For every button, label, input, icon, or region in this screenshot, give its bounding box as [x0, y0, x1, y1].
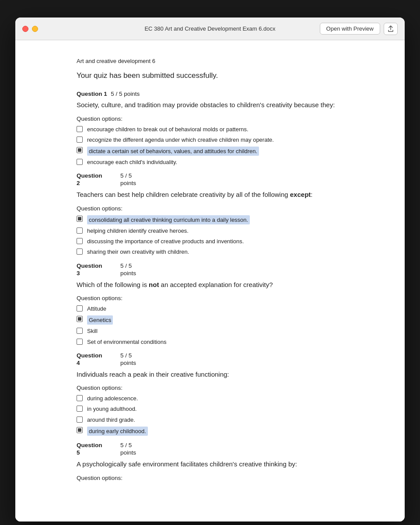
q4-option-4-text: during early childhood.	[89, 428, 146, 434]
q2-label: Question	[77, 172, 120, 179]
doc-title: Art and creative development 6	[77, 58, 361, 64]
q2-label2: 2	[77, 180, 120, 186]
q2-option-1-wrapper: consolidating all creative thinking curr…	[87, 215, 250, 224]
q5-options-label: Question options:	[77, 475, 361, 481]
q4-option-2: in young adulthood.	[77, 405, 361, 413]
q3-checkbox-4[interactable]	[77, 339, 83, 345]
q1-text: Society, culture, and tradition may prov…	[77, 100, 361, 110]
q3-option-1: Attitude	[77, 305, 361, 313]
q4-options: during adolescence. in young adulthood. …	[77, 395, 361, 436]
q2-checkbox-2[interactable]	[77, 228, 83, 234]
q2-checkbox-3[interactable]	[77, 238, 83, 244]
question-5-header-row2: 5 points	[77, 449, 361, 456]
submitted-message: Your quiz has been submitted successfull…	[77, 71, 361, 80]
question-2-header: Question 5 / 5	[77, 172, 361, 179]
question-4-header-row2: 4 points	[77, 360, 361, 366]
minimize-button[interactable]	[32, 26, 38, 32]
q5-label: Question	[77, 442, 120, 448]
q1-option-3-wrapper: dictate a certain set of behaviors, valu…	[87, 147, 259, 156]
q4-checkbox-4[interactable]	[77, 427, 83, 433]
open-preview-button[interactable]: Open with Preview	[320, 23, 380, 35]
q4-score2: points	[120, 360, 155, 366]
q3-score2: points	[120, 270, 155, 276]
q2-options-label: Question options:	[77, 205, 361, 212]
q1-options-label: Question options:	[77, 116, 361, 122]
q2-text-part1: Teachers can best help children celebrat…	[77, 191, 290, 198]
q1-option-4-text: encourage each child's individuality.	[87, 158, 177, 166]
q4-option-2-text: in young adulthood.	[87, 405, 136, 413]
q3-option-2-wrapper: Genetics	[87, 315, 113, 325]
q3-checkbox-1[interactable]	[77, 305, 83, 312]
q3-score: 5 / 5	[120, 262, 155, 269]
q3-checkbox-2[interactable]	[77, 316, 83, 322]
q4-option-4-wrapper: during early childhood.	[87, 427, 148, 436]
q1-option-4: encourage each child's individuality.	[77, 158, 361, 166]
q2-option-3-text: discussing the importance of creative pr…	[87, 238, 244, 245]
titlebar-actions: Open with Preview	[320, 23, 398, 35]
q2-text-bold: except	[290, 191, 311, 198]
q3-options-label: Question options:	[77, 295, 361, 301]
q2-score2: points	[120, 180, 155, 186]
q4-option-1-text: during adolescence.	[87, 395, 138, 402]
q3-text-part1: Which of the following is	[77, 281, 149, 288]
q3-checkbox-3[interactable]	[77, 328, 83, 334]
q3-options: Attitude Genetics Skill Set of environme…	[77, 305, 361, 346]
q4-checkbox-2[interactable]	[77, 406, 83, 412]
q3-option-3: Skill	[77, 327, 361, 335]
q4-checkbox-1[interactable]	[77, 395, 83, 401]
q3-option-1-text: Attitude	[87, 305, 106, 313]
q2-option-4-text: sharing their own creativity with childr…	[87, 248, 189, 256]
q4-option-1: during adolescence.	[77, 395, 361, 402]
question-3-header: Question 5 / 5	[77, 262, 361, 269]
q3-label2: 3	[77, 270, 120, 276]
q3-option-4: Set of environmental conditions	[77, 338, 361, 346]
q2-text: Teachers can best help children celebrat…	[77, 190, 361, 200]
q2-text-part2: :	[311, 191, 312, 198]
q5-label2: 5	[77, 449, 120, 456]
q1-option-1: encourage children to break out of behav…	[77, 126, 361, 133]
q1-checkbox-1[interactable]	[77, 126, 83, 132]
q1-options: encourage children to break out of behav…	[77, 126, 361, 167]
q5-score: 5 / 5	[120, 442, 155, 448]
q4-option-3: around third grade.	[77, 416, 361, 424]
q4-options-label: Question options:	[77, 385, 361, 391]
question-2-header-row2: 2 points	[77, 180, 361, 186]
q2-options: consolidating all creative thinking curr…	[77, 215, 361, 256]
q4-option-4: during early childhood.	[77, 427, 361, 436]
q1-checkbox-3[interactable]	[77, 147, 83, 153]
q2-option-1-text: consolidating all creative thinking curr…	[89, 217, 248, 223]
q1-label: Question 1	[77, 91, 107, 97]
q3-option-3-text: Skill	[87, 327, 98, 335]
q3-text-bold: not	[149, 281, 159, 288]
close-button[interactable]	[22, 26, 28, 32]
traffic-lights	[22, 26, 38, 32]
q3-text-part2: an accepted explanation for creativity?	[159, 281, 273, 288]
question-5-header: Question 5 / 5	[77, 442, 361, 448]
window: EC 380 Art and Creative Development Exam…	[15, 18, 405, 522]
q1-option-2-text: recognize the different agenda under whi…	[87, 136, 274, 144]
q1-option-3-text: dictate a certain set of behaviors, valu…	[89, 148, 257, 154]
q1-score: 5 / 5 points	[111, 91, 140, 97]
q5-text: A psychologically safe environment facil…	[77, 459, 361, 469]
q1-checkbox-2[interactable]	[77, 136, 83, 143]
q2-option-2-text: helping children identify creative heroe…	[87, 227, 189, 235]
q2-checkbox-4[interactable]	[77, 248, 83, 255]
q5-score2: points	[120, 449, 155, 456]
q2-option-3: discussing the importance of creative pr…	[77, 238, 361, 245]
q4-score: 5 / 5	[120, 352, 155, 359]
document-content: Art and creative development 6 Your quiz…	[15, 40, 405, 522]
share-icon	[387, 25, 394, 32]
q1-checkbox-4[interactable]	[77, 159, 83, 165]
q2-checkbox-1[interactable]	[77, 216, 83, 222]
question-3-header-row2: 3 points	[77, 270, 361, 276]
q1-option-1-text: encourage children to break out of behav…	[87, 126, 248, 133]
q4-label2: 4	[77, 360, 120, 366]
question-1-header: Question 1 5 / 5 points	[77, 90, 361, 98]
q4-checkbox-3[interactable]	[77, 416, 83, 423]
q3-option-2-text: Genetics	[89, 317, 111, 323]
question-4-header: Question 5 / 5	[77, 352, 361, 359]
share-button[interactable]	[384, 23, 398, 35]
q3-label: Question	[77, 262, 120, 269]
q2-option-1: consolidating all creative thinking curr…	[77, 215, 361, 224]
q2-option-4: sharing their own creativity with childr…	[77, 248, 361, 256]
